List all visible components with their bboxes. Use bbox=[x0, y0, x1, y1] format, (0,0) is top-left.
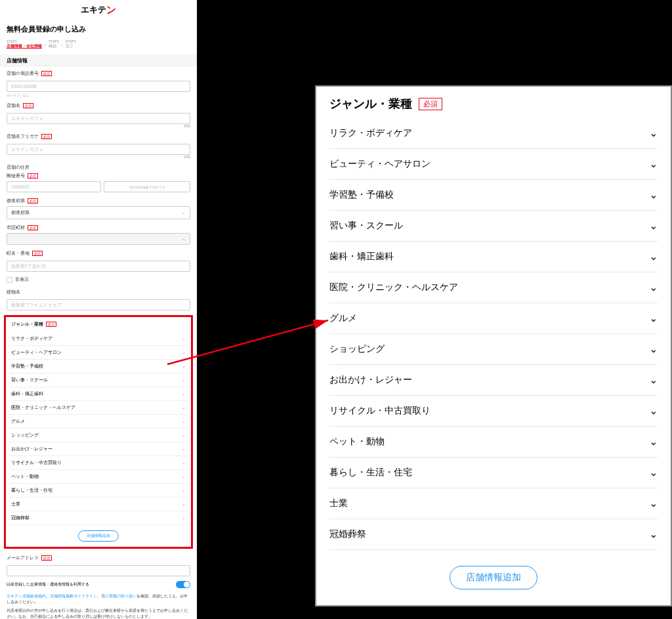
genre-row[interactable]: 冠婚葬祭⌄ bbox=[9, 511, 188, 525]
chevron-down-icon: ⌄ bbox=[182, 474, 186, 479]
chevron-down-icon: ⌄ bbox=[182, 336, 186, 341]
section-header-store: 店舗情報 bbox=[0, 54, 197, 67]
genre-row[interactable]: リサイクル・中古買取り⌄ bbox=[9, 456, 188, 470]
hide-checkbox-row[interactable]: 非表示 bbox=[0, 274, 197, 286]
genre-row[interactable]: 習い事・スクール⌄ bbox=[329, 211, 658, 242]
genre-detail-title: ジャンル・業種 bbox=[329, 96, 412, 112]
genre-row[interactable]: リラク・ボディケア⌄ bbox=[9, 332, 188, 346]
terms-link-2[interactable]: 店舗情報掲載ガイドライン bbox=[50, 594, 97, 598]
chevron-down-icon: ⌄ bbox=[650, 313, 658, 324]
store-name-count: 0/50 bbox=[7, 124, 190, 128]
genre-row[interactable]: ペット・動物⌄ bbox=[329, 427, 658, 458]
form-page: エキテン 無料会員登録の申し込み STEP1店舗情報・会社情報 › STEP2確… bbox=[0, 0, 197, 619]
store-kana-label: 店舗名フリガナ bbox=[7, 133, 39, 140]
terms-link-1[interactable]: エキテン店舗会員規約 bbox=[7, 594, 46, 598]
chevron-down-icon: ⌄ bbox=[650, 282, 658, 293]
zip-label: 郵便番号 bbox=[7, 173, 25, 179]
add-store-button-large[interactable]: 店舗情報追加 bbox=[450, 566, 537, 589]
genre-row[interactable]: 医院・クリニック・ヘルスケア⌄ bbox=[9, 401, 188, 415]
chevron-down-icon: ⌄ bbox=[650, 128, 658, 139]
genre-row[interactable]: 冠婚葬祭⌄ bbox=[329, 519, 658, 550]
building-label: 建物名 bbox=[7, 289, 20, 295]
step-1: 店舗情報・会社情報 bbox=[7, 44, 42, 49]
genre-section-highlighted: ジャンル・業種必須 リラク・ボディケア⌄ビューティ・ヘアサロン⌄学習塾・予備校⌄… bbox=[4, 315, 193, 549]
city-select[interactable]: ⌄ bbox=[7, 233, 190, 245]
genre-row[interactable]: ショッピング⌄ bbox=[329, 334, 658, 365]
add-store-button[interactable]: 店舗情報追加 bbox=[78, 530, 119, 542]
store-kana-count: 0/50 bbox=[7, 155, 190, 159]
zip-input[interactable] bbox=[7, 181, 101, 192]
step-indicator: STEP1店舗情報・会社情報 › STEP2確認 › STEP3完了 bbox=[0, 38, 197, 54]
chevron-down-icon: ⌄ bbox=[182, 210, 186, 215]
genre-row[interactable]: お出かけ・レジャー⌄ bbox=[9, 442, 188, 456]
genre-row[interactable]: リサイクル・中古買取り⌄ bbox=[329, 396, 658, 427]
genre-row[interactable]: 学習塾・予備校⌄ bbox=[329, 180, 658, 211]
building-input[interactable] bbox=[7, 299, 190, 310]
genre-row[interactable]: 学習塾・予備校⌄ bbox=[9, 360, 188, 374]
chevron-down-icon: ⌄ bbox=[182, 488, 186, 493]
phone-input[interactable] bbox=[7, 81, 190, 92]
chevron-down-icon: ⌄ bbox=[182, 391, 186, 396]
genre-row[interactable]: ビューティ・ヘアサロン⌄ bbox=[9, 346, 188, 360]
address-label: 店舗の住所 bbox=[7, 164, 30, 171]
chevron-down-icon: ⌄ bbox=[650, 498, 658, 509]
genre-row[interactable]: お出かけ・レジャー⌄ bbox=[329, 365, 658, 396]
phone-label: 店舗の電話番号 bbox=[7, 70, 39, 77]
genre-row[interactable]: 歯科・矯正歯科⌄ bbox=[329, 242, 658, 272]
genre-row[interactable]: 士業⌄ bbox=[9, 498, 188, 511]
city-label: 市区町村 bbox=[7, 224, 25, 231]
hide-checkbox[interactable] bbox=[7, 277, 12, 283]
genre-detail-panel: ジャンル・業種 必須 リラク・ボディケア⌄ビューティ・ヘアサロン⌄学習塾・予備校… bbox=[315, 85, 672, 607]
chevron-down-icon: ⌄ bbox=[650, 251, 658, 262]
terms-text: エキテン店舗会員規約、店舗情報掲載ガイドライン、個人情報の取り扱いを確認、承認し… bbox=[0, 591, 197, 619]
genre-row[interactable]: 士業⌄ bbox=[329, 488, 658, 519]
logo: エキテン bbox=[0, 0, 197, 20]
reuse-toggle[interactable] bbox=[176, 581, 190, 588]
genre-row[interactable]: 暮らし・生活・住宅⌄ bbox=[9, 484, 188, 498]
genre-row[interactable]: 習い事・スクール⌄ bbox=[9, 374, 188, 387]
chevron-down-icon: ⌄ bbox=[182, 377, 186, 383]
chevron-down-icon: ⌄ bbox=[182, 515, 186, 521]
genre-row[interactable]: グルメ⌄ bbox=[9, 415, 188, 429]
genre-row[interactable]: ペット・動物⌄ bbox=[9, 470, 188, 484]
chevron-down-icon: ⌄ bbox=[182, 460, 186, 465]
zip-lookup-button[interactable]: 住所自動検索で住所入力 bbox=[104, 181, 190, 192]
town-input[interactable] bbox=[7, 261, 190, 272]
store-name-label: 店舗名 bbox=[7, 102, 20, 109]
required-badge: 必須 bbox=[41, 71, 52, 76]
chevron-down-icon: ⌄ bbox=[182, 364, 186, 369]
genre-row[interactable]: ショッピング⌄ bbox=[9, 429, 188, 442]
pref-label: 都道府県 bbox=[7, 198, 25, 204]
chevron-down-icon: ⌄ bbox=[182, 236, 186, 242]
genre-row[interactable]: 歯科・矯正歯科⌄ bbox=[9, 387, 188, 401]
genre-row[interactable]: ビューティ・ヘアサロン⌄ bbox=[329, 149, 658, 180]
chevron-down-icon: ⌄ bbox=[650, 529, 658, 540]
genre-row[interactable]: グルメ⌄ bbox=[329, 303, 658, 334]
genre-row[interactable]: 暮らし・生活・住宅⌄ bbox=[329, 458, 658, 488]
chevron-down-icon: ⌄ bbox=[650, 221, 658, 231]
phone-hint: ※ハイフンなし bbox=[7, 93, 190, 97]
email-input[interactable] bbox=[7, 565, 190, 576]
chevron-down-icon: ⌄ bbox=[182, 433, 186, 438]
chevron-down-icon: ⌄ bbox=[182, 502, 186, 507]
step-2: 確認 bbox=[49, 44, 56, 48]
logo-accent: ン bbox=[106, 4, 116, 16]
genre-row[interactable]: リラク・ボディケア⌄ bbox=[329, 118, 658, 149]
chevron-down-icon: ⌄ bbox=[650, 406, 658, 416]
genre-row[interactable]: 医院・クリニック・ヘルスケア⌄ bbox=[329, 272, 658, 303]
chevron-down-icon: ⌄ bbox=[650, 375, 658, 385]
pref-select[interactable]: 都道府県⌄ bbox=[7, 206, 190, 219]
chevron-down-icon: ⌄ bbox=[182, 405, 186, 410]
chevron-down-icon: ⌄ bbox=[650, 159, 658, 169]
store-name-input[interactable] bbox=[7, 113, 190, 124]
page-title: 無料会員登録の申し込み bbox=[0, 20, 197, 38]
chevron-down-icon: ⌄ bbox=[650, 437, 658, 447]
chevron-down-icon: ⌄ bbox=[650, 467, 658, 478]
required-badge: 必須 bbox=[419, 98, 442, 110]
store-kana-input[interactable] bbox=[7, 144, 190, 155]
email-label: メールアドレス bbox=[7, 555, 39, 561]
hide-label: 非表示 bbox=[15, 276, 29, 283]
terms-link-3[interactable]: 個人情報の取り扱い bbox=[101, 594, 136, 598]
chevron-down-icon: ⌄ bbox=[650, 190, 658, 200]
genre-label: ジャンル・業種 bbox=[11, 321, 43, 328]
